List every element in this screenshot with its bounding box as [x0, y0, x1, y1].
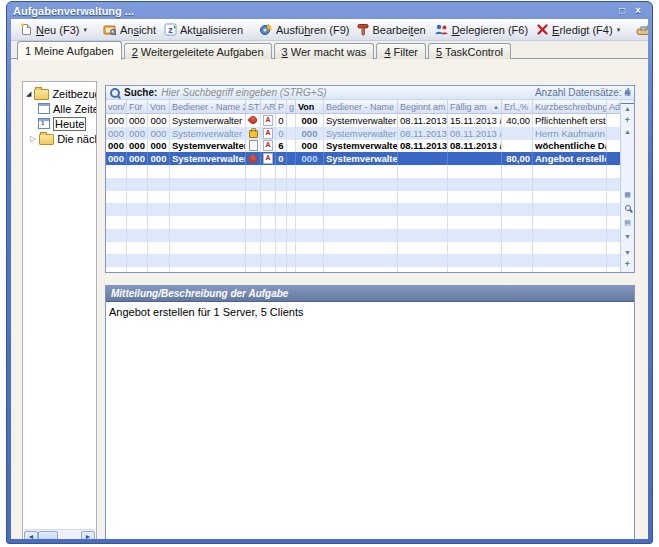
table-cell	[398, 267, 448, 272]
column-header-von/[interactable]: von/	[106, 100, 127, 113]
tab-weitergeleitete-aufgaben[interactable]: 2 Weitergeleitete Aufgaben	[124, 43, 272, 60]
table-row-empty[interactable]	[106, 254, 621, 267]
column-header-Adres[interactable]: Adres	[607, 100, 621, 113]
table-cell: A	[261, 140, 276, 153]
toolbar-button-delegieren[interactable]: Delegieren (F6)	[430, 22, 532, 37]
column-header-Kurzbeschreibung[interactable]: Kurzbeschreibung	[533, 100, 607, 113]
add-record-icon[interactable]: +	[621, 115, 634, 125]
table-row-empty[interactable]	[106, 191, 621, 204]
toolbar-button-ansicht[interactable]: Ansicht	[99, 23, 160, 37]
search-icon[interactable]	[621, 204, 634, 214]
tree-item-alle-zeiten[interactable]: Alle Zeiten	[23, 101, 96, 116]
column-header-AR[interactable]: AR	[261, 100, 276, 113]
column-header-Von[interactable]: Von	[148, 100, 170, 113]
go-next-icon[interactable]: ▼	[621, 248, 634, 258]
list-view-icon[interactable]: ▤	[621, 218, 634, 228]
table-row-empty[interactable]	[106, 267, 621, 272]
tree-item-zeitbezug[interactable]: ◢Zeitbezug	[23, 86, 96, 101]
app-window: Aufgabenverwaltung ... □ × Neu (F3)▾Ansi…	[6, 1, 653, 544]
add-record-icon[interactable]: +	[621, 259, 634, 269]
column-header-Erl.,%[interactable]: Erl.,%	[502, 100, 533, 113]
detail-text: Angebot erstellen für 1 Server, 5 Client…	[106, 302, 634, 322]
column-header-Für[interactable]: Für	[127, 100, 148, 113]
column-header-Beginnt am[interactable]: Beginnt am	[398, 100, 448, 113]
tab-filter[interactable]: 4 Filter	[376, 43, 426, 60]
dropdown-caret-icon[interactable]: ▾	[83, 26, 87, 34]
toolbar-button-bearbeiten[interactable]: Bearbeiten	[353, 22, 429, 37]
time-filter-tree: ◢ZeitbezugAlle ZeitenHeute▷Die nächsten	[23, 82, 96, 146]
tab-taskcontrol[interactable]: 5 TaskControl	[428, 43, 511, 60]
column-header-ST[interactable]: ST	[246, 100, 261, 113]
scroll-right-icon[interactable]: ►	[81, 531, 95, 539]
go-first-icon[interactable]: ▲	[621, 103, 634, 114]
table-cell	[261, 178, 276, 191]
priority-a-icon: A	[263, 128, 273, 139]
table-cell	[296, 216, 324, 229]
title-bar: Aufgabenverwaltung ... □ ×	[7, 2, 652, 19]
table-cell	[607, 267, 621, 272]
toolbar-button-erledigt[interactable]: Erledigt (F4)▾	[532, 22, 624, 37]
close-icon[interactable]: ×	[630, 5, 646, 16]
table-row[interactable]: 000000000SystemverwalterA0000Systemverwa…	[106, 114, 621, 127]
table-row[interactable]: 000000000SystemverwalterA0000Systemverwa…	[106, 152, 621, 165]
table-cell: Systemverwalter	[170, 127, 246, 140]
maximize-icon[interactable]: □	[614, 5, 630, 16]
column-header-Bediener - Name 2 (z.b.[interactable]: Bediener - Name 2 (z.b.	[170, 100, 246, 113]
table-cell: 000	[148, 127, 170, 140]
table-cell	[502, 140, 533, 153]
folder-icon	[34, 89, 49, 100]
tree-item-die-n-chsten[interactable]: ▷Die nächsten	[23, 131, 96, 146]
sidebar-horizontal-scrollbar[interactable]: ◄ ►	[24, 529, 95, 539]
table-cell	[533, 178, 607, 191]
table-row-empty[interactable]	[106, 242, 621, 255]
column-header-Von[interactable]: Von	[296, 100, 324, 113]
table-cell	[448, 216, 502, 229]
dropdown-caret-icon[interactable]: ▾	[617, 26, 621, 34]
table-cell	[398, 152, 448, 165]
edit-icon	[357, 23, 369, 36]
tab-meine-aufgaben[interactable]: 1 Meine Aufgaben	[17, 41, 122, 60]
table-cell	[261, 191, 276, 204]
column-chooser-icon[interactable]: ▦	[621, 88, 634, 98]
padlock-icon	[249, 130, 258, 138]
table-row-empty[interactable]	[106, 216, 621, 229]
table-row-empty[interactable]	[106, 203, 621, 216]
column-header-P[interactable]: P	[276, 100, 287, 113]
table-cell	[170, 191, 246, 204]
table-row[interactable]: 000000000SystemverwalterA6000Systemverwa…	[106, 140, 621, 153]
search-input[interactable]: Hier Suchbegriff eingeben (STRG+S)	[161, 87, 531, 98]
table-row[interactable]: 000000000SystemverwalterA0000Systemverwa…	[106, 127, 621, 140]
table-cell	[261, 267, 276, 272]
toolbar-button-ausfuehren[interactable]: Ausführen (F9)	[255, 22, 353, 37]
collapsed-arrow-icon[interactable]: ▷	[30, 134, 36, 143]
table-cell	[607, 203, 621, 216]
tree-item-label: Zeitbezug	[52, 88, 97, 100]
toolbar-button-aktualisieren[interactable]: zAktualisieren	[160, 22, 247, 37]
column-header-Bediener - Name[interactable]: Bediener - Name	[324, 100, 398, 113]
document-icon	[249, 140, 258, 151]
scroll-left-icon[interactable]: ◄	[24, 531, 38, 539]
table-cell: 08.11.2013 /Fr	[398, 127, 448, 140]
column-header-Fällig am[interactable]: Fällig am▲	[448, 100, 502, 113]
expanded-arrow-icon[interactable]: ◢	[26, 90, 31, 98]
scrollbar-thumb[interactable]	[38, 531, 58, 539]
table-cell	[607, 127, 621, 140]
go-last-icon[interactable]: ▼	[621, 270, 634, 273]
tab-strip: 1 Meine Aufgaben2 Weitergeleitete Aufgab…	[11, 41, 648, 59]
table-cell	[607, 114, 621, 127]
go-prev-icon[interactable]: ▲	[621, 127, 634, 137]
toolbar-button-neu[interactable]: Neu (F3)▾	[16, 22, 91, 37]
table-row-empty[interactable]	[106, 165, 621, 178]
table-cell: A	[261, 114, 276, 127]
toolbar-button-extras[interactable]: Extras	[632, 22, 648, 37]
table-row-empty[interactable]	[106, 229, 621, 242]
grid-view-icon[interactable]: ▦	[621, 190, 634, 200]
tree-item-heute[interactable]: Heute	[23, 116, 96, 131]
table-cell	[246, 191, 261, 204]
pin-icon	[247, 153, 258, 164]
table-row-empty[interactable]	[106, 178, 621, 191]
filter-icon[interactable]: ▼	[621, 232, 634, 242]
table-cell	[287, 178, 296, 191]
column-header-g[interactable]: g	[287, 100, 296, 113]
tab-wer-macht-was[interactable]: 3 Wer macht was	[274, 43, 375, 60]
